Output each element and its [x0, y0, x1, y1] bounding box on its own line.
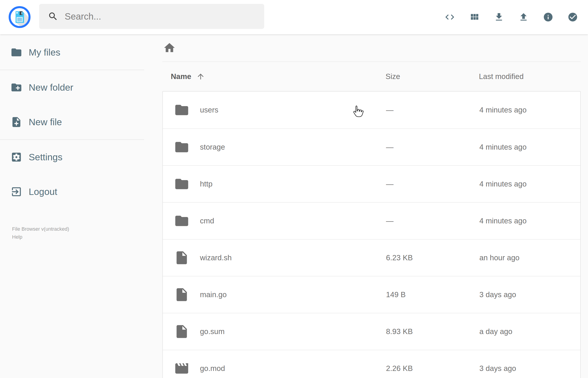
file-row-wizard.sh[interactable]: wizard.sh 6.23 KB an hour ago — [163, 239, 580, 276]
file-row-go.sum[interactable]: go.sum 8.93 KB a day ago — [163, 313, 580, 350]
row-modified: 4 minutes ago — [479, 143, 580, 151]
sort-by-modified-header[interactable]: Last modified — [479, 72, 581, 81]
upload-icon — [518, 12, 529, 22]
upload-button[interactable] — [516, 10, 531, 24]
column-name-label: Name — [171, 72, 191, 81]
row-size: — — [386, 216, 479, 225]
sort-ascending-icon — [196, 72, 205, 81]
folder-row-users[interactable]: users — 4 minutes ago — [163, 92, 580, 128]
row-name-label: cmd — [200, 216, 214, 225]
row-modified: a day ago — [479, 327, 580, 336]
top-bar — [0, 0, 588, 34]
new-file-icon — [11, 116, 22, 128]
select-multiple-button[interactable] — [565, 10, 580, 24]
sidebar-item-label: My files — [29, 47, 60, 58]
sidebar-item-new-file[interactable]: New file — [0, 105, 144, 139]
row-name-cell: wizard.sh — [163, 250, 386, 266]
logout-icon — [11, 186, 22, 198]
row-name-cell: main.go — [163, 287, 386, 302]
search-input[interactable] — [65, 11, 257, 22]
filebrowser-logo-icon — [8, 6, 31, 28]
row-name-label: go.mod — [200, 364, 225, 373]
row-size: — — [386, 106, 479, 114]
sidebar-item-label: New folder — [29, 82, 73, 93]
row-name-label: wizard.sh — [200, 254, 232, 262]
row-modified: 4 minutes ago — [479, 216, 580, 225]
row-name-label: http — [200, 180, 213, 188]
sidebar-item-settings[interactable]: Settings — [0, 140, 144, 175]
movie-icon — [174, 361, 189, 376]
file-icon — [174, 287, 189, 302]
code-icon — [444, 12, 455, 22]
listing-header: Name Size Last modified — [162, 62, 581, 91]
row-modified: 3 days ago — [479, 290, 580, 299]
row-name-cell: http — [163, 176, 386, 192]
sidebar-item-label: Settings — [29, 152, 62, 162]
download-icon — [494, 12, 504, 22]
shell-toggle-button[interactable] — [442, 10, 457, 24]
row-name-cell: storage — [163, 139, 386, 155]
sidebar-item-logout[interactable]: Logout — [0, 175, 144, 209]
settings-icon — [11, 151, 22, 163]
row-size: 8.93 KB — [386, 327, 479, 336]
file-listing: users — 4 minutes ago storage — 4 minute… — [162, 91, 581, 378]
row-name-cell: go.sum — [163, 324, 386, 339]
download-button[interactable] — [492, 10, 506, 24]
folder-icon — [174, 176, 189, 192]
sidebar: My files New folder New file Settings Lo… — [0, 34, 144, 378]
folder-row-cmd[interactable]: cmd — 4 minutes ago — [163, 202, 580, 239]
row-size: — — [386, 180, 479, 188]
row-modified: an hour ago — [479, 254, 580, 262]
row-size: — — [386, 143, 479, 151]
sidebar-footer: File Browser v(untracked) Help — [12, 225, 69, 241]
folder-icon — [174, 213, 189, 229]
info-icon — [543, 12, 553, 22]
new-folder-icon — [11, 81, 22, 93]
search-icon — [48, 11, 58, 22]
search-bar[interactable] — [39, 4, 264, 29]
header-actions — [442, 10, 580, 24]
folder-row-http[interactable]: http — 4 minutes ago — [163, 165, 580, 202]
version-text: File Browser v(untracked) — [12, 225, 69, 233]
folder-icon — [174, 102, 189, 118]
info-button[interactable] — [541, 10, 555, 24]
row-size: 6.23 KB — [386, 254, 479, 262]
row-name-cell: cmd — [163, 213, 386, 229]
folder-row-storage[interactable]: storage — 4 minutes ago — [163, 128, 580, 165]
breadcrumb — [162, 34, 581, 62]
file-row-main.go[interactable]: main.go 149 B 3 days ago — [163, 276, 580, 313]
row-modified: 4 minutes ago — [479, 106, 580, 114]
row-name-label: go.sum — [200, 327, 225, 336]
sort-by-name-header[interactable]: Name — [162, 72, 386, 81]
mouse-cursor — [352, 105, 364, 120]
check-circle-icon — [567, 12, 578, 22]
sidebar-item-label: New file — [29, 117, 62, 128]
grid-view-icon — [469, 12, 480, 22]
app-logo[interactable] — [8, 6, 31, 28]
row-name-label: main.go — [200, 290, 227, 299]
row-modified: 4 minutes ago — [479, 180, 580, 188]
home-icon — [163, 41, 176, 54]
row-modified: 3 days ago — [479, 364, 580, 373]
file-icon — [174, 250, 189, 266]
file-row-go.mod[interactable]: go.mod 2.26 KB 3 days ago — [163, 350, 580, 378]
help-link[interactable]: Help — [12, 233, 69, 241]
row-size: 2.26 KB — [386, 364, 479, 373]
file-icon — [174, 324, 189, 339]
row-name-label: storage — [200, 143, 225, 151]
sidebar-item-new-folder[interactable]: New folder — [0, 70, 144, 105]
switch-view-button[interactable] — [467, 10, 482, 24]
sort-by-size-header[interactable]: Size — [386, 72, 479, 81]
sidebar-item-my-files[interactable]: My files — [0, 35, 144, 70]
row-name-label: users — [200, 106, 218, 114]
folder-icon — [11, 46, 22, 58]
row-name-cell: go.mod — [163, 361, 386, 376]
folder-icon — [174, 139, 189, 155]
main-content: Name Size Last modified users — 4 minute… — [144, 34, 588, 378]
sidebar-item-label: Logout — [29, 187, 57, 197]
breadcrumb-home-button[interactable] — [163, 41, 176, 54]
row-size: 149 B — [386, 290, 479, 299]
